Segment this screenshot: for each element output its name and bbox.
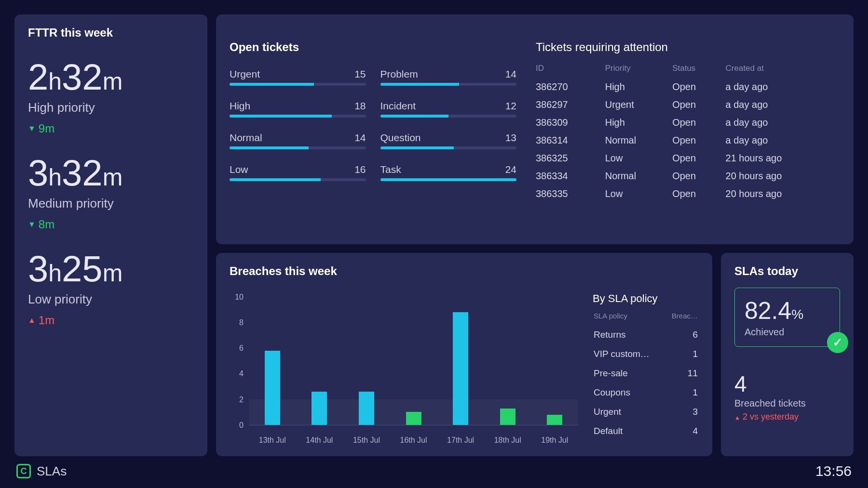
open-tickets-panel: Open tickets Urgent15High18Normal14Low16…: [216, 14, 854, 244]
breached-value: 4: [734, 371, 840, 397]
x-tick: 19th Jul: [531, 436, 578, 445]
table-header: Created at: [726, 61, 840, 78]
policy-table: SLA policyBreac… Returns6VIP custom…1Pre…: [593, 311, 699, 441]
slas-title: SLAs today: [734, 264, 840, 278]
bar-value: 14: [505, 68, 516, 80]
chart-bar: [500, 409, 515, 425]
footer-time: 13:56: [815, 463, 852, 479]
y-tick: 0: [239, 421, 244, 430]
sla-achieved-unit: %: [791, 307, 803, 322]
fttr-label: Low priority: [28, 292, 194, 307]
policy-section: By SLA policy SLA policyBreac… Returns6V…: [593, 292, 699, 445]
bar-slot: [437, 297, 484, 425]
sla-achieved-box: 82.4% Achieved ✓: [734, 288, 840, 347]
table-header: Priority: [605, 61, 672, 78]
fttr-value: 2h32m: [28, 59, 194, 95]
chart-bar: [453, 312, 468, 425]
logo-icon: C: [16, 464, 31, 478]
x-tick: 13th Jul: [249, 436, 296, 445]
bar-value: 16: [354, 164, 366, 175]
table-row[interactable]: 386270HighOpena day ago: [536, 78, 840, 96]
attention-title: Tickets requiring attention: [536, 40, 840, 54]
fttr-block: 2h32m High priority ▼ 9m: [28, 59, 194, 135]
bar-label: High: [230, 100, 250, 112]
bar-label: Low: [230, 164, 248, 175]
slas-panel: SLAs today 82.4% Achieved ✓ 4 Breached t…: [721, 253, 854, 457]
table-row[interactable]: Urgent3: [594, 403, 698, 421]
table-row[interactable]: 386334NormalOpen20 hours ago: [536, 167, 840, 185]
open-ticket-bar: Problem14: [380, 68, 517, 86]
table-row[interactable]: 386325LowOpen21 hours ago: [536, 149, 840, 167]
table-row[interactable]: Pre-sale11: [594, 364, 698, 382]
caret-up-icon: ▲: [28, 316, 36, 325]
bar-slot: [296, 297, 343, 425]
y-tick: 2: [239, 396, 244, 404]
sla-achieved-label: Achieved: [745, 327, 830, 338]
y-tick: 8: [239, 318, 244, 327]
open-ticket-bar: Task24: [380, 164, 517, 181]
table-row[interactable]: Coupons1: [594, 383, 698, 402]
footer-brand: SLAs: [37, 464, 67, 479]
x-tick: 15th Jul: [343, 436, 390, 445]
fttr-label: High priority: [28, 100, 194, 115]
fttr-block: 3h25m Low priority ▲ 1m: [28, 251, 194, 327]
fttr-value: 3h32m: [28, 155, 194, 191]
bar-label: Task: [380, 164, 401, 175]
open-ticket-bar: Question13: [380, 132, 517, 149]
breaches-title: Breaches this week: [230, 264, 699, 278]
fttr-block: 3h32m Medium priority ▼ 8m: [28, 155, 194, 231]
bar-slot: [531, 297, 578, 425]
table-header: Status: [672, 61, 725, 78]
policy-title: By SLA policy: [593, 292, 699, 305]
bar-slot: [249, 297, 296, 425]
breaches-chart: 1086420 13th Jul14th Jul15th Jul16th Jul…: [230, 292, 578, 445]
bar-label: Question: [380, 132, 421, 144]
y-tick: 4: [239, 369, 244, 378]
table-header: ID: [536, 61, 605, 78]
fttr-delta: ▼ 8m: [28, 218, 194, 231]
table-row[interactable]: 386314NormalOpena day ago: [536, 132, 840, 149]
bar-value: 18: [354, 100, 366, 112]
bar-label: Problem: [380, 68, 418, 80]
open-ticket-bar: Urgent15: [230, 68, 366, 86]
breaches-panel: Breaches this week 1086420 13th Jul14th …: [216, 253, 712, 457]
chart-bar: [547, 415, 562, 425]
chart-bar: [265, 351, 280, 425]
bar-slot: [390, 297, 437, 425]
open-ticket-bar: High18: [230, 100, 366, 118]
table-row[interactable]: VIP custom…1: [594, 345, 698, 363]
bar-label: Incident: [380, 100, 416, 112]
bar-value: 15: [354, 68, 366, 80]
footer: C SLAs 13:56: [14, 456, 854, 488]
fttr-panel: FTTR this week 2h32m High priority ▼ 9m3…: [14, 14, 207, 456]
open-ticket-bar: Incident12: [380, 100, 517, 118]
table-row[interactable]: 386309HighOpena day ago: [536, 114, 840, 132]
sla-achieved-value: 82.4: [745, 297, 791, 324]
open-ticket-bar: Low16: [230, 164, 366, 181]
fttr-title: FTTR this week: [28, 26, 194, 40]
x-tick: 18th Jul: [484, 436, 531, 445]
chart-bar: [406, 412, 421, 425]
breached-label: Breached tickets: [734, 398, 840, 409]
breached-delta: ▲ 2 vs yesterday: [734, 412, 840, 422]
check-icon: ✓: [827, 332, 848, 353]
fttr-delta: ▲ 1m: [28, 314, 194, 327]
open-ticket-bar: Normal14: [230, 132, 366, 149]
bar-label: Urgent: [230, 68, 260, 80]
x-tick: 16th Jul: [390, 436, 437, 445]
x-tick: 17th Jul: [437, 436, 484, 445]
bar-value: 14: [354, 132, 366, 144]
caret-down-icon: ▼: [28, 124, 36, 133]
x-tick: 14th Jul: [296, 436, 343, 445]
attention-table: IDPriorityStatusCreated at 386270HighOpe…: [536, 61, 840, 203]
table-row[interactable]: 386335LowOpen20 hours ago: [536, 185, 840, 203]
bar-value: 12: [505, 100, 516, 112]
bar-label: Normal: [230, 132, 262, 144]
bar-slot: [484, 297, 531, 425]
table-row[interactable]: 386297UrgentOpena day ago: [536, 96, 840, 114]
chart-bar: [312, 392, 327, 425]
open-tickets-title: Open tickets: [230, 40, 516, 54]
table-row[interactable]: Default4: [594, 422, 698, 440]
fttr-label: Medium priority: [28, 196, 194, 211]
table-row[interactable]: Returns6: [594, 326, 698, 344]
